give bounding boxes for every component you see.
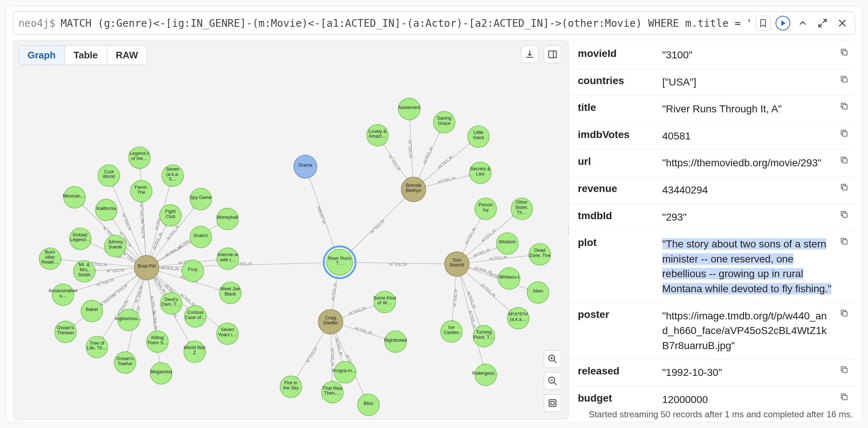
copy-icon[interactable] xyxy=(840,210,852,222)
graph-node[interactable]: World WarZ xyxy=(184,341,206,363)
svg-text:ACTED_IN: ACTED_IN xyxy=(370,219,385,235)
graph-node[interactable]: Nightbreed xyxy=(384,331,407,352)
graph-node[interactable]: Mexican,… xyxy=(63,186,86,208)
graph-node[interactable]: Whiteou-t xyxy=(498,268,520,289)
graph-node[interactable]: Kalifornia xyxy=(95,199,117,221)
graph-node[interactable]: Seven(a.k.a.S… xyxy=(162,165,183,186)
resize-handle[interactable]: ⋮⋮ xyxy=(565,225,569,234)
chevron-up-icon[interactable] xyxy=(795,16,810,30)
graph-node[interactable]: BurnAfterReadi… xyxy=(39,248,61,269)
graph-node[interactable]: Poltergeist… xyxy=(472,364,499,386)
svg-text:ACTED_IN: ACTED_IN xyxy=(348,306,366,316)
copy-icon[interactable] xyxy=(840,102,852,114)
svg-point-217 xyxy=(134,255,159,280)
graph-node[interactable]: Spy Game xyxy=(190,188,212,210)
graph-node[interactable]: Alien xyxy=(527,282,549,304)
graph-node[interactable]: Snatch xyxy=(190,226,212,248)
graph-node[interactable]: M*A*S*H(a.k.a… xyxy=(507,307,529,329)
svg-point-133 xyxy=(69,228,91,250)
graph-node[interactable]: Bliss xyxy=(358,394,379,416)
graph-node[interactable]: SevenYears i… xyxy=(216,323,238,345)
graph-node[interactable]: River RunsT… xyxy=(324,246,355,278)
graph-node[interactable]: Lovely &Amazi… xyxy=(366,124,388,146)
copy-icon[interactable] xyxy=(840,365,852,378)
graph-node[interactable]: LittleVoice xyxy=(468,126,489,148)
graph-node[interactable]: TurningPoint, T… xyxy=(473,326,495,347)
bookmark-icon[interactable] xyxy=(756,16,770,30)
graph-node[interactable]: DeadZone, The xyxy=(529,243,551,265)
copy-icon[interactable] xyxy=(840,309,852,321)
graph-node[interactable]: Ocean'sThirteen xyxy=(55,321,76,343)
property-value[interactable]: 40581 xyxy=(662,129,832,144)
graph-node[interactable]: Brad Pitt xyxy=(134,255,159,280)
graph-node[interactable]: KillingThem S… xyxy=(147,331,168,352)
graph-node[interactable]: Wisdom xyxy=(496,233,518,254)
graph-node[interactable]: Meet JoeBlack xyxy=(219,282,241,304)
property-value[interactable]: "River Runs Through It, A" xyxy=(662,102,832,117)
svg-text:ACTED_IN: ACTED_IN xyxy=(467,291,477,309)
graph-node[interactable]: BrendaBlethyn xyxy=(401,177,426,202)
copy-icon[interactable] xyxy=(840,237,852,249)
svg-rect-230 xyxy=(843,105,847,109)
copy-icon[interactable] xyxy=(840,156,852,168)
copy-icon[interactable] xyxy=(840,183,852,195)
property-value[interactable]: "https://image.tmdb.org/t/p/w440_and_h66… xyxy=(662,309,832,353)
graph-node[interactable]: CuriousCase of… xyxy=(185,305,206,327)
copy-icon[interactable] xyxy=(840,129,852,141)
property-value[interactable]: 43440294 xyxy=(662,183,832,198)
graph-node[interactable]: Some Kindof W… xyxy=(373,291,396,313)
graph-node[interactable]: IceCastles xyxy=(441,321,462,342)
svg-point-201 xyxy=(475,364,496,386)
graph-node[interactable]: Fury xyxy=(182,260,204,282)
property-value[interactable]: ["USA"] xyxy=(662,75,832,90)
property-value[interactable]: 12000000 xyxy=(662,392,832,407)
graph-node[interactable]: Favor,The xyxy=(131,180,152,202)
graph-node[interactable]: JohnnySuede xyxy=(105,235,126,257)
property-value[interactable]: "3100" xyxy=(662,48,832,63)
svg-point-123 xyxy=(190,188,212,210)
graph-node[interactable]: FightClub xyxy=(160,204,181,226)
svg-point-145 xyxy=(182,260,204,282)
graph-node[interactable]: OtherSister,Th… xyxy=(511,198,533,220)
svg-text:ACTED_IN: ACTED_IN xyxy=(480,283,496,297)
graph-node[interactable]: Secrets &Lies xyxy=(470,162,491,184)
svg-text:ACTED_IN: ACTED_IN xyxy=(464,227,476,244)
graph-node[interactable]: Tree ofLife, Th… xyxy=(86,336,108,358)
property-value[interactable]: "https://themoviedb.org/movie/293" xyxy=(662,156,832,171)
graph-node[interactable]: CraigSheffer xyxy=(318,309,343,334)
graph-node[interactable]: Legend-sof the… xyxy=(129,147,150,168)
graph-node[interactable]: CoolWorld xyxy=(98,165,120,186)
copy-icon[interactable] xyxy=(840,75,852,87)
graph-node[interactable]: Ocean'sTwelve xyxy=(114,352,136,373)
copy-icon[interactable] xyxy=(840,392,852,405)
svg-text:ACTED_IN: ACTED_IN xyxy=(408,140,413,158)
property-row: movieId"3100" xyxy=(569,42,855,69)
graph-node[interactable]: Babel xyxy=(81,300,103,322)
graph-node[interactable]: SavingGrace xyxy=(433,112,455,133)
copy-icon[interactable] xyxy=(840,48,852,60)
graph-node[interactable]: Intervie-wwith t… xyxy=(217,248,238,269)
run-button[interactable] xyxy=(776,16,790,30)
graph-node[interactable]: Atonement xyxy=(398,98,421,120)
graph-node[interactable]: Drama xyxy=(294,155,317,178)
graph-node[interactable]: Devil'sOwn, T… xyxy=(160,293,182,314)
property-value[interactable]: "1992-10-30" xyxy=(662,365,832,380)
expand-icon[interactable] xyxy=(815,16,830,30)
svg-text:ACTED_IN: ACTED_IN xyxy=(96,278,114,287)
graph-node[interactable]: Megamind xyxy=(150,363,172,384)
graph-node[interactable]: Mr. &Mrs.Smith xyxy=(73,261,95,282)
graph-node[interactable]: PoisonIvy xyxy=(475,198,496,220)
graph-node[interactable]: Sinbad:Legend… xyxy=(69,228,91,250)
query-text[interactable]: MATCH (g:Genre)<-[ig:IN_GENRE]-(m:Movie)… xyxy=(61,17,751,29)
graph-node[interactable]: Fire inthe Sky xyxy=(280,376,302,398)
property-value[interactable]: "The story about two sons of a stern min… xyxy=(662,237,832,296)
svg-point-179 xyxy=(468,126,489,148)
property-key: movieId xyxy=(578,48,655,59)
graph-node[interactable]: Moneyball xyxy=(216,208,238,230)
property-value[interactable]: "293" xyxy=(662,210,832,225)
close-icon[interactable] xyxy=(835,16,850,30)
graph-node[interactable]: That WasThen,… xyxy=(322,381,343,403)
graph-visualization[interactable]: Graph Table RAW IN_GENREACTED_INACTED_IN… xyxy=(13,40,569,420)
graph-node[interactable]: Assassinationo… xyxy=(48,284,77,305)
graph-node[interactable]: TomSkerritt xyxy=(445,252,469,276)
